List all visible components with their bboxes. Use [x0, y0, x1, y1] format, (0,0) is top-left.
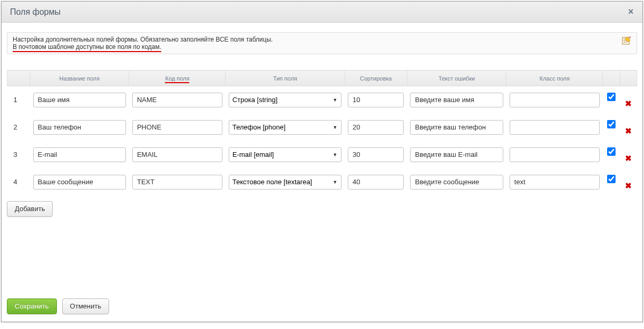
info-banner: Настройка дополнительных полей формы. Об… — [7, 32, 637, 54]
header-type: Тип поля — [226, 71, 345, 86]
field-error-input[interactable] — [410, 120, 503, 135]
header-index — [7, 71, 30, 86]
table-row: 2Телефон [phone]✖ — [7, 114, 637, 141]
field-sort-input[interactable] — [348, 93, 404, 107]
field-name-input[interactable] — [33, 93, 126, 107]
field-code-input[interactable] — [132, 93, 222, 107]
add-button[interactable]: Добавить — [7, 201, 53, 217]
header-name: Название поля — [30, 71, 129, 86]
field-code-input[interactable] — [132, 120, 222, 135]
fields-table: Название поля Код поля Тип поля Сортиров… — [7, 70, 637, 196]
delete-icon[interactable]: ✖ — [623, 99, 633, 108]
info-text-line2: В почтовом шаблоне доступны все поля по … — [13, 43, 161, 52]
field-type-select[interactable]: Текстовое поле [textarea] — [229, 175, 341, 190]
close-icon[interactable]: × — [626, 7, 636, 17]
field-error-input[interactable] — [410, 175, 503, 190]
dialog-title: Поля формы — [10, 7, 61, 17]
dialog-footer: Сохранить Отменить — [2, 292, 642, 322]
field-type-select[interactable]: E-mail [email] — [229, 147, 341, 162]
table-row: 3E-mail [email]✖ — [7, 141, 637, 168]
header-checkbox — [603, 71, 620, 86]
field-sort-input[interactable] — [348, 175, 404, 190]
field-error-input[interactable] — [410, 147, 503, 162]
add-button-row: Добавить — [7, 196, 637, 218]
table-row: 1Строка [string]✖ — [7, 86, 637, 114]
row-index: 3 — [7, 141, 30, 168]
field-class-input[interactable] — [510, 147, 600, 162]
table-header-row: Название поля Код поля Тип поля Сортиров… — [7, 71, 637, 86]
header-class: Класс поля — [506, 71, 603, 86]
delete-icon[interactable]: ✖ — [623, 126, 633, 136]
dialog: Поля формы × Настройка дополнительных по… — [1, 1, 643, 322]
field-name-input[interactable] — [33, 147, 126, 162]
field-sort-input[interactable] — [348, 120, 404, 135]
field-name-input[interactable] — [33, 175, 126, 190]
field-active-checkbox[interactable] — [607, 147, 616, 156]
info-text-line1: Настройка дополнительных полей формы. Об… — [13, 36, 273, 43]
field-active-checkbox[interactable] — [607, 175, 616, 183]
header-sort: Сортировка — [345, 71, 407, 86]
field-class-input[interactable] — [510, 175, 600, 190]
spacer — [7, 218, 637, 286]
row-index: 4 — [7, 168, 30, 196]
field-name-input[interactable] — [33, 120, 126, 135]
delete-icon[interactable]: ✖ — [623, 154, 633, 163]
field-error-input[interactable] — [410, 93, 503, 107]
header-delete — [620, 71, 637, 86]
edit-icon[interactable] — [622, 36, 631, 45]
row-index: 2 — [7, 114, 30, 141]
field-type-select[interactable]: Телефон [phone] — [229, 120, 341, 135]
table-row: 4Текстовое поле [textarea]✖ — [7, 168, 637, 196]
dialog-header: Поля формы × — [2, 2, 642, 23]
field-sort-input[interactable] — [348, 147, 404, 162]
save-button[interactable]: Сохранить — [7, 298, 57, 314]
field-active-checkbox[interactable] — [607, 120, 616, 128]
field-class-input[interactable] — [510, 120, 600, 135]
delete-icon[interactable]: ✖ — [623, 181, 633, 191]
dialog-content: Название поля Код поля Тип поля Сортиров… — [2, 54, 642, 292]
cancel-button[interactable]: Отменить — [62, 298, 109, 314]
field-code-input[interactable] — [132, 147, 222, 162]
field-class-input[interactable] — [510, 93, 600, 107]
field-type-select[interactable]: Строка [string] — [229, 93, 341, 107]
header-code: Код поля — [129, 71, 226, 86]
header-error: Текст ошибки — [407, 71, 506, 86]
field-active-checkbox[interactable] — [607, 93, 616, 101]
field-code-input[interactable] — [132, 175, 222, 190]
row-index: 1 — [7, 86, 30, 114]
